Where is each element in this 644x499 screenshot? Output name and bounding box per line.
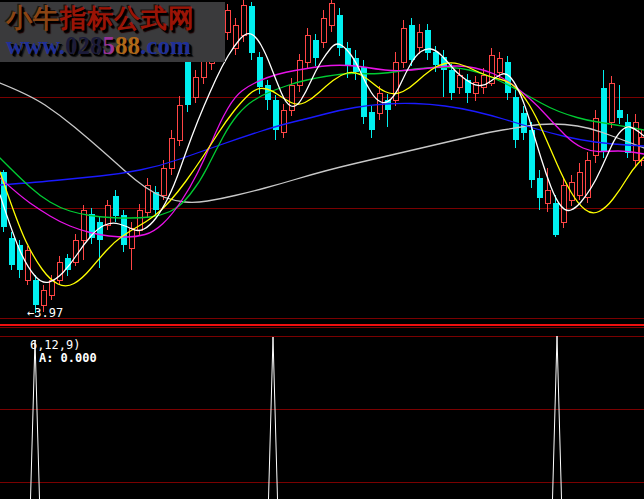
- watermark-text-segment: 028: [65, 32, 103, 59]
- ma-white: [0, 34, 644, 283]
- indicator-value: A: 0.000: [39, 351, 97, 365]
- low-price-label: ←3.97: [27, 307, 63, 320]
- kline-canvas[interactable]: [0, 0, 644, 499]
- watermark-text-segment: 小牛: [6, 3, 60, 33]
- watermark-site-url: www.028588.com: [6, 33, 220, 59]
- watermark: 小牛指标公式网 www.028588.com: [0, 2, 225, 62]
- indicator-spike: [269, 337, 278, 499]
- watermark-text-segment: .com: [140, 32, 191, 59]
- watermark-text-segment: 指标公式网: [60, 3, 195, 33]
- watermark-site-name: 小牛指标公式网: [6, 3, 220, 33]
- watermark-text-segment: 5: [103, 32, 116, 59]
- watermark-text-segment: www.: [6, 32, 65, 59]
- stock-chart-window: ←3.97 6,12,9) A: 0.000 小牛指标公式网 www.02858…: [0, 0, 644, 499]
- indicator-params: 6,12,9): [30, 338, 81, 352]
- watermark-text-segment: 88: [115, 32, 140, 59]
- indicator-label: 6,12,9) A: 0.000: [1, 326, 97, 378]
- indicator-spike: [553, 336, 562, 499]
